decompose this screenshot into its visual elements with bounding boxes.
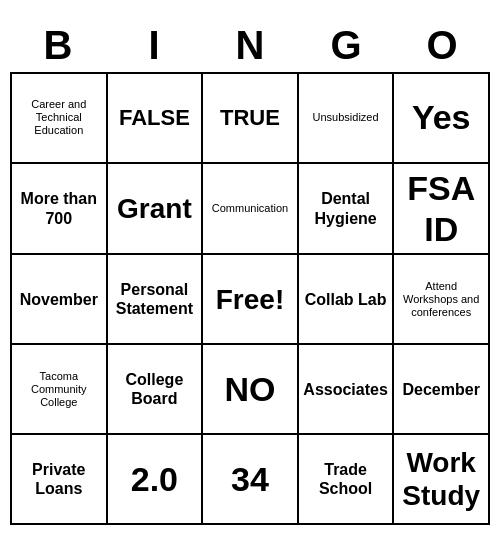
bingo-cell-7: Communication	[203, 164, 299, 256]
bingo-cell-8: Dental Hygiene	[299, 164, 395, 256]
bingo-cell-22: 34	[203, 435, 299, 525]
bingo-cell-6: Grant	[108, 164, 204, 256]
bingo-cell-11: Personal Statement	[108, 255, 204, 345]
bingo-card: BINGO Career and Technical EducationFALS…	[10, 19, 490, 526]
bingo-cell-4: Yes	[394, 74, 490, 164]
bingo-letter-i: I	[106, 19, 202, 72]
cell-text-20: Private Loans	[16, 460, 102, 498]
bingo-cell-9: FSA ID	[394, 164, 490, 256]
cell-text-15: Tacoma Community College	[16, 370, 102, 410]
bingo-cell-14: Attend Workshops and conferences	[394, 255, 490, 345]
cell-text-6: Grant	[117, 192, 192, 226]
cell-text-17: NO	[224, 369, 275, 410]
bingo-cell-15: Tacoma Community College	[12, 345, 108, 435]
cell-text-14: Attend Workshops and conferences	[398, 280, 484, 320]
cell-text-16: College Board	[112, 370, 198, 408]
bingo-cell-3: Unsubsidized	[299, 74, 395, 164]
bingo-cell-5: More than 700	[12, 164, 108, 256]
cell-text-5: More than 700	[16, 189, 102, 227]
cell-text-0: Career and Technical Education	[16, 98, 102, 138]
cell-text-4: Yes	[412, 97, 471, 138]
bingo-letter-g: G	[298, 19, 394, 72]
cell-text-11: Personal Statement	[112, 280, 198, 318]
cell-text-1: FALSE	[119, 105, 190, 131]
bingo-cell-13: Collab Lab	[299, 255, 395, 345]
cell-text-19: December	[403, 380, 480, 399]
cell-text-18: Associates	[303, 380, 388, 399]
bingo-cell-20: Private Loans	[12, 435, 108, 525]
bingo-letter-b: B	[10, 19, 106, 72]
cell-text-21: 2.0	[131, 459, 178, 500]
bingo-cell-0: Career and Technical Education	[12, 74, 108, 164]
bingo-cell-1: FALSE	[108, 74, 204, 164]
bingo-letter-o: O	[394, 19, 490, 72]
bingo-cell-18: Associates	[299, 345, 395, 435]
bingo-cell-21: 2.0	[108, 435, 204, 525]
cell-text-7: Communication	[212, 202, 288, 215]
cell-text-24: Work Study	[398, 446, 484, 513]
cell-text-12: Free!	[216, 283, 284, 317]
bingo-cell-12: Free!	[203, 255, 299, 345]
bingo-cell-19: December	[394, 345, 490, 435]
cell-text-22: 34	[231, 459, 269, 500]
cell-text-9: FSA ID	[398, 168, 484, 250]
bingo-cell-10: November	[12, 255, 108, 345]
bingo-cell-16: College Board	[108, 345, 204, 435]
bingo-cell-2: TRUE	[203, 74, 299, 164]
cell-text-8: Dental Hygiene	[303, 189, 389, 227]
cell-text-10: November	[20, 290, 98, 309]
bingo-cell-24: Work Study	[394, 435, 490, 525]
cell-text-13: Collab Lab	[305, 290, 387, 309]
cell-text-2: TRUE	[220, 105, 280, 131]
cell-text-23: Trade School	[303, 460, 389, 498]
bingo-header: BINGO	[10, 19, 490, 72]
cell-text-3: Unsubsidized	[313, 111, 379, 124]
bingo-grid: Career and Technical EducationFALSETRUEU…	[10, 72, 490, 526]
bingo-cell-23: Trade School	[299, 435, 395, 525]
bingo-cell-17: NO	[203, 345, 299, 435]
bingo-letter-n: N	[202, 19, 298, 72]
